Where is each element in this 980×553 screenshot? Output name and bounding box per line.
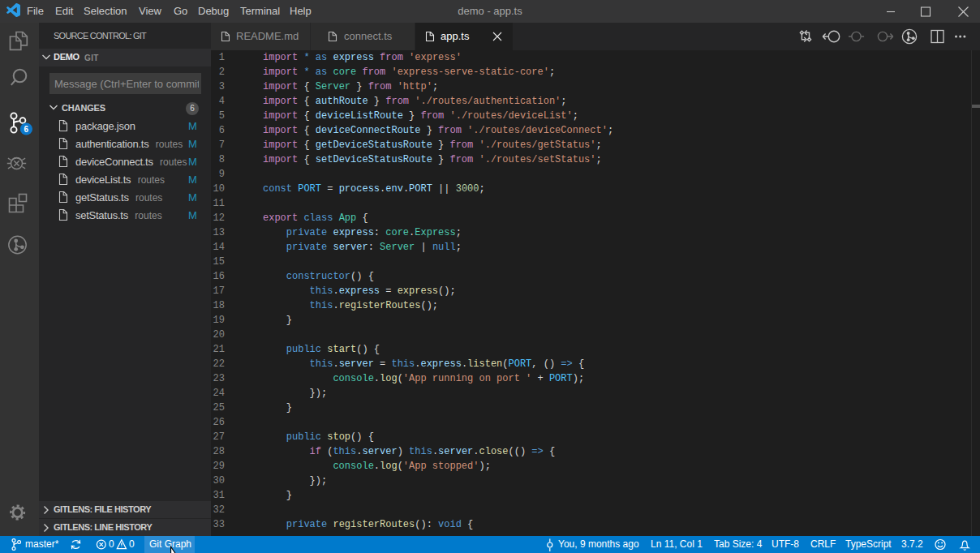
svg-text:6: 6 (24, 125, 29, 134)
